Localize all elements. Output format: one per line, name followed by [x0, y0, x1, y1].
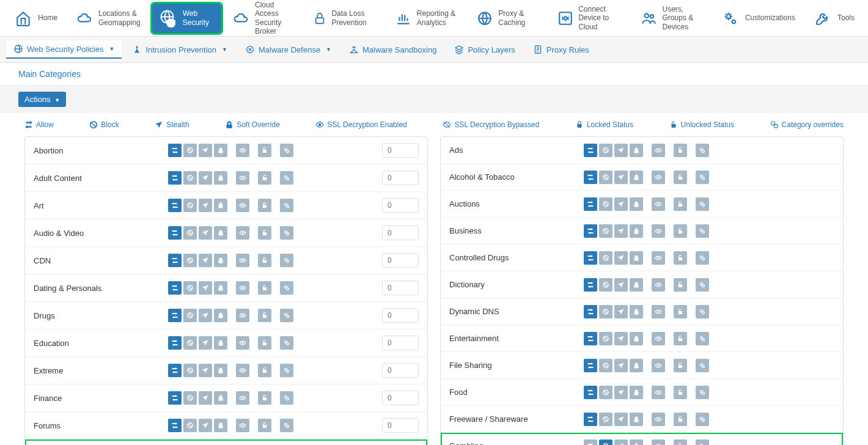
- ssl-button[interactable]: [652, 224, 665, 238]
- stealth-button[interactable]: [199, 391, 212, 405]
- block-button[interactable]: [599, 278, 612, 292]
- ssl-button[interactable]: [652, 305, 665, 318]
- lock-button[interactable]: [258, 144, 271, 157]
- allow-button[interactable]: [168, 419, 182, 432]
- ssl-button[interactable]: [652, 251, 665, 265]
- override-button[interactable]: [280, 199, 293, 212]
- subnav-malware-defense[interactable]: Malware Defense▼: [238, 41, 339, 58]
- stealth-button[interactable]: [614, 332, 628, 345]
- stealth-button[interactable]: [614, 413, 628, 426]
- soft-button[interactable]: [214, 391, 227, 405]
- soft-button[interactable]: [214, 144, 227, 157]
- ssl-button[interactable]: [652, 386, 665, 399]
- allow-button[interactable]: [168, 254, 182, 267]
- stealth-button[interactable]: [199, 254, 212, 267]
- soft-button[interactable]: [630, 144, 643, 157]
- ssl-button[interactable]: [652, 439, 665, 446]
- block-button[interactable]: [599, 359, 612, 372]
- block-button[interactable]: [599, 413, 612, 426]
- nav-tools[interactable]: Tools: [806, 4, 862, 33]
- allow-button[interactable]: [584, 439, 597, 446]
- block-button[interactable]: [183, 364, 197, 377]
- block-button[interactable]: [183, 336, 197, 350]
- lock-button[interactable]: [674, 197, 687, 211]
- stealth-button[interactable]: [199, 199, 212, 212]
- override-button[interactable]: [280, 281, 293, 295]
- block-button[interactable]: [599, 144, 612, 157]
- soft-button[interactable]: [630, 305, 643, 318]
- stealth-button[interactable]: [199, 364, 212, 377]
- ssl-button[interactable]: [236, 144, 249, 157]
- stealth-button[interactable]: [614, 197, 628, 211]
- count-input[interactable]: [382, 418, 419, 433]
- stealth-button[interactable]: [614, 224, 628, 238]
- ssl-button[interactable]: [236, 281, 249, 295]
- lock-button[interactable]: [258, 419, 271, 432]
- stealth-button[interactable]: [614, 251, 628, 265]
- count-input[interactable]: [382, 363, 419, 378]
- stealth-button[interactable]: [614, 278, 628, 292]
- lock-button[interactable]: [258, 171, 271, 185]
- count-input[interactable]: [382, 171, 419, 185]
- stealth-button[interactable]: [199, 171, 212, 185]
- stealth-button[interactable]: [199, 309, 212, 322]
- ssl-button[interactable]: [236, 199, 249, 212]
- allow-button[interactable]: [584, 305, 597, 318]
- block-button[interactable]: [183, 144, 197, 157]
- allow-button[interactable]: [168, 364, 182, 377]
- override-button[interactable]: [696, 171, 709, 184]
- block-button[interactable]: [183, 309, 197, 322]
- block-button[interactable]: [183, 419, 197, 432]
- stealth-button[interactable]: [614, 305, 628, 318]
- block-button[interactable]: [599, 197, 612, 211]
- block-button[interactable]: [599, 439, 612, 446]
- nav-locations-geomapping[interactable]: Locations & Geomapping: [68, 4, 149, 33]
- allow-button[interactable]: [584, 332, 597, 345]
- allow-button[interactable]: [168, 309, 182, 322]
- lock-button[interactable]: [258, 336, 271, 350]
- ssl-button[interactable]: [652, 144, 665, 157]
- soft-button[interactable]: [630, 197, 643, 211]
- block-button[interactable]: [599, 305, 612, 318]
- block-button[interactable]: [599, 171, 612, 184]
- subnav-intrusion-prevention[interactable]: Intrusion Prevention▼: [125, 41, 235, 58]
- nav-connect-device-to-cloud[interactable]: Connect Device to Cloud: [550, 0, 628, 36]
- count-input[interactable]: [382, 336, 419, 350]
- actions-button[interactable]: Actions ▼: [18, 92, 66, 107]
- allow-button[interactable]: [168, 391, 182, 405]
- override-button[interactable]: [696, 251, 709, 265]
- lock-button[interactable]: [674, 278, 687, 292]
- ssl-button[interactable]: [652, 278, 665, 292]
- ssl-button[interactable]: [236, 226, 249, 240]
- override-button[interactable]: [280, 171, 293, 185]
- allow-button[interactable]: [584, 144, 597, 157]
- count-input[interactable]: [382, 281, 419, 295]
- block-button[interactable]: [183, 199, 197, 212]
- override-button[interactable]: [696, 439, 709, 446]
- lock-button[interactable]: [258, 254, 271, 267]
- block-button[interactable]: [183, 281, 197, 295]
- soft-button[interactable]: [630, 224, 643, 238]
- allow-button[interactable]: [168, 336, 182, 350]
- allow-button[interactable]: [168, 281, 182, 295]
- lock-button[interactable]: [674, 413, 687, 426]
- allow-button[interactable]: [168, 226, 182, 240]
- ssl-button[interactable]: [652, 332, 665, 345]
- override-button[interactable]: [280, 226, 293, 240]
- allow-button[interactable]: [584, 197, 597, 211]
- block-button[interactable]: [599, 386, 612, 399]
- subnav-malware-sandboxing[interactable]: Malware Sandboxing: [342, 41, 444, 58]
- lock-button[interactable]: [674, 251, 687, 265]
- lock-button[interactable]: [674, 224, 687, 238]
- override-button[interactable]: [696, 197, 709, 211]
- allow-button[interactable]: [584, 413, 597, 426]
- soft-button[interactable]: [630, 439, 643, 446]
- count-input[interactable]: [382, 226, 419, 240]
- allow-button[interactable]: [584, 359, 597, 372]
- soft-button[interactable]: [214, 281, 227, 295]
- count-input[interactable]: [382, 391, 419, 405]
- count-input[interactable]: [382, 143, 419, 158]
- override-button[interactable]: [696, 332, 709, 345]
- block-button[interactable]: [183, 171, 197, 185]
- subnav-proxy-rules[interactable]: Proxy Rules: [526, 41, 597, 58]
